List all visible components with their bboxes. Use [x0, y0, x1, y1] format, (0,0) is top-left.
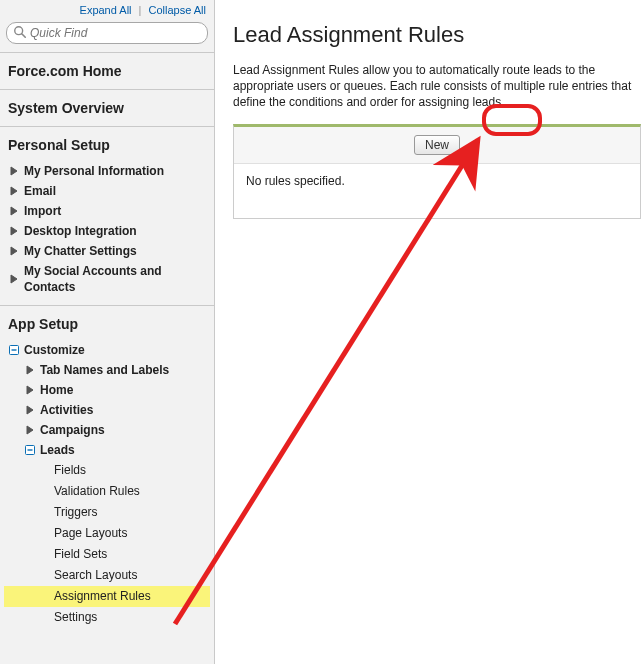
svg-marker-12 — [27, 406, 33, 414]
tree-label: Import — [24, 203, 61, 219]
tree-node[interactable]: Campaigns — [4, 420, 210, 440]
expand-icon[interactable] — [8, 273, 20, 285]
tree-leaf[interactable]: Triggers — [4, 502, 210, 523]
expand-icon[interactable] — [24, 404, 36, 416]
expand-icon[interactable] — [24, 384, 36, 396]
quick-find-box[interactable] — [6, 22, 208, 44]
tree-leaf[interactable]: Page Layouts — [4, 523, 210, 544]
tree-node[interactable]: Desktop Integration — [4, 221, 210, 241]
tree-node[interactable]: Email — [4, 181, 210, 201]
collapse-icon[interactable] — [24, 444, 36, 456]
tree-node-leads[interactable]: Leads — [4, 440, 210, 460]
svg-rect-9 — [12, 349, 17, 350]
svg-marker-5 — [11, 227, 17, 235]
rules-panel: New No rules specified. — [233, 124, 641, 219]
expand-icon[interactable] — [8, 165, 20, 177]
page-description: Lead Assignment Rules allow you to autom… — [233, 62, 641, 110]
expand-all-link[interactable]: Expand All — [80, 4, 132, 16]
expand-icon[interactable] — [8, 205, 20, 217]
personal-setup-heading: Personal Setup — [0, 127, 214, 161]
app-setup-heading: App Setup — [0, 306, 214, 340]
svg-marker-7 — [11, 275, 17, 283]
link-separator: | — [139, 4, 142, 16]
tree-leaf[interactable]: Field Sets — [4, 544, 210, 565]
main-content: Lead Assignment Rules Lead Assignment Ru… — [215, 0, 641, 664]
tree-label: Activities — [40, 402, 93, 418]
tree-node[interactable]: Tab Names and Labels — [4, 360, 210, 380]
tree-leaf[interactable]: Search Layouts — [4, 565, 210, 586]
svg-line-1 — [22, 33, 26, 37]
expand-icon[interactable] — [24, 424, 36, 436]
panel-empty-message: No rules specified. — [234, 164, 640, 218]
tree-label: Email — [24, 183, 56, 199]
personal-setup-tree: My Personal InformationEmailImportDeskto… — [0, 161, 214, 305]
collapse-all-link[interactable]: Collapse All — [149, 4, 206, 16]
new-button[interactable]: New — [414, 135, 460, 155]
tree-leaf[interactable]: Assignment Rules — [4, 586, 210, 607]
sidebar: Expand All | Collapse All Force.com Home… — [0, 0, 215, 664]
tree-label: Campaigns — [40, 422, 105, 438]
system-overview-link[interactable]: System Overview — [0, 90, 214, 126]
tree-label: My Social Accounts and Contacts — [24, 263, 206, 295]
svg-marker-6 — [11, 247, 17, 255]
tree-label: My Chatter Settings — [24, 243, 137, 259]
tree-label: Desktop Integration — [24, 223, 137, 239]
tree-node-customize[interactable]: Customize — [4, 340, 210, 360]
panel-toolbar: New — [234, 127, 640, 164]
tree-label: My Personal Information — [24, 163, 164, 179]
tree-label: Customize — [24, 342, 85, 358]
tree-node[interactable]: My Social Accounts and Contacts — [4, 261, 210, 297]
tree-node[interactable]: Import — [4, 201, 210, 221]
tree-node[interactable]: My Chatter Settings — [4, 241, 210, 261]
svg-marker-3 — [11, 187, 17, 195]
collapse-icon[interactable] — [8, 344, 20, 356]
tree-label: Leads — [40, 442, 75, 458]
tree-leaf[interactable]: Fields — [4, 460, 210, 481]
page-title: Lead Assignment Rules — [233, 22, 641, 48]
svg-marker-13 — [27, 426, 33, 434]
tree-leaf[interactable]: Validation Rules — [4, 481, 210, 502]
tree-label: Home — [40, 382, 73, 398]
tree-node[interactable]: Activities — [4, 400, 210, 420]
force-home-link[interactable]: Force.com Home — [0, 53, 214, 89]
svg-marker-10 — [27, 366, 33, 374]
svg-marker-4 — [11, 207, 17, 215]
expand-icon[interactable] — [8, 225, 20, 237]
tree-node[interactable]: My Personal Information — [4, 161, 210, 181]
sidebar-top-links: Expand All | Collapse All — [0, 0, 214, 18]
app-setup-tree: Customize Tab Names and LabelsHomeActivi… — [0, 340, 214, 636]
expand-icon[interactable] — [8, 245, 20, 257]
expand-icon[interactable] — [24, 364, 36, 376]
tree-node[interactable]: Home — [4, 380, 210, 400]
quick-find-input[interactable] — [30, 26, 201, 40]
svg-marker-11 — [27, 386, 33, 394]
tree-leaf[interactable]: Settings — [4, 607, 210, 628]
svg-rect-15 — [28, 449, 33, 450]
expand-icon[interactable] — [8, 185, 20, 197]
svg-marker-2 — [11, 167, 17, 175]
tree-label: Tab Names and Labels — [40, 362, 169, 378]
search-icon — [13, 25, 30, 42]
